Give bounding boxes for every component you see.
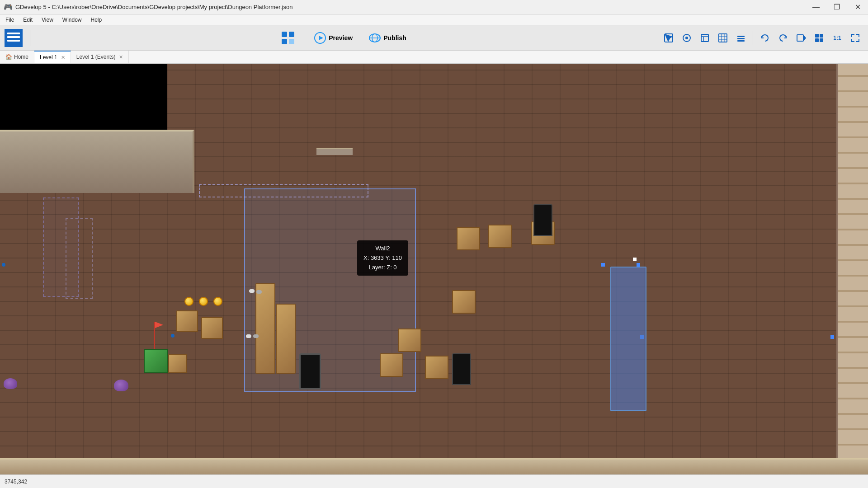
platform-sm-6: [380, 353, 403, 377]
blue-background-rect: [610, 267, 646, 411]
fullscreen-button[interactable]: [847, 30, 863, 46]
bullet-3: [246, 334, 251, 338]
svg-rect-3: [282, 32, 287, 37]
toolbar-separator-1: [30, 30, 30, 46]
handle-white: [633, 258, 637, 261]
svg-rect-32: [820, 38, 823, 42]
platform-sm-5: [398, 328, 421, 352]
svg-rect-29: [815, 34, 819, 38]
handle-2: [637, 263, 640, 267]
gdevelop-icon-group: [280, 30, 296, 46]
svg-marker-8: [319, 36, 323, 40]
enemy-blob-bottom: [114, 380, 128, 391]
platform-left-2: [201, 317, 223, 339]
right-column: [836, 64, 868, 474]
tabs-bar: 🏠 Home Level 1 ✕ Level 1 (Events) ✕: [0, 51, 868, 64]
player-block: [144, 349, 168, 373]
publish-icon: [369, 32, 381, 44]
toolbar-center: Preview Publish: [38, 29, 656, 47]
player-area: [144, 349, 168, 373]
svg-rect-18: [719, 34, 727, 42]
svg-rect-24: [737, 38, 745, 39]
tab-home[interactable]: 🏠 Home: [0, 51, 34, 63]
platform-sm-1: [457, 227, 480, 250]
edit-tool[interactable]: [697, 30, 713, 46]
tab-level1-events-close[interactable]: ✕: [119, 54, 123, 60]
grid-tool[interactable]: [715, 30, 731, 46]
svg-rect-15: [701, 34, 708, 42]
spawn-indicator: [43, 197, 79, 297]
close-button[interactable]: ✕: [847, 0, 868, 14]
publish-button[interactable]: Publish: [362, 29, 414, 47]
svg-rect-30: [820, 34, 823, 38]
canvas-area[interactable]: Wall2 X: 3633 Y: 110 Layer: Z: 0: [0, 64, 868, 474]
enemy-blob-left: [4, 378, 17, 389]
tab-level1[interactable]: Level 1 ✕: [34, 51, 71, 63]
titlebar-left: 🎮 GDevelop 5 - C:\Users\rober\OneDrive\D…: [0, 3, 292, 11]
minimize-button[interactable]: —: [806, 0, 826, 14]
menu-edit[interactable]: Edit: [19, 16, 36, 24]
svg-rect-25: [737, 40, 745, 42]
block-beside-player: [168, 354, 187, 373]
platform-tall-2: [276, 304, 296, 374]
toolbar-right: 1:1: [660, 30, 863, 46]
tab-level1-label: Level 1: [40, 54, 57, 61]
menu-file[interactable]: File: [2, 16, 18, 24]
preview-anim-button[interactable]: [793, 30, 809, 46]
svg-rect-5: [282, 39, 287, 44]
select-tool[interactable]: [679, 30, 695, 46]
platform-sm-7: [425, 356, 448, 379]
floor-row: [0, 458, 868, 474]
bullet-1: [249, 289, 255, 293]
menu-help[interactable]: Help: [87, 16, 106, 24]
bullet-2: [256, 290, 262, 294]
svg-rect-23: [737, 36, 745, 37]
tab-level1-events[interactable]: Level 1 (Events) ✕: [71, 51, 129, 63]
play-icon: [314, 32, 326, 44]
tab-level1-close[interactable]: ✕: [61, 55, 65, 61]
handle-4: [830, 335, 834, 339]
home-icon: 🏠: [5, 54, 12, 60]
small-shelf-1: [316, 148, 353, 155]
titlebar-controls[interactable]: — ❐ ✕: [806, 0, 868, 14]
gdevelop-logo-icon: [280, 30, 296, 46]
blue-dot-1: [171, 334, 175, 338]
zoom-button[interactable]: 1:1: [829, 30, 845, 46]
window-title: GDevelop 5 - C:\Users\rober\OneDrive\Doc…: [15, 4, 292, 10]
layers-tool[interactable]: [733, 30, 749, 46]
svg-point-14: [685, 37, 688, 39]
app-logo: [5, 29, 23, 47]
redo-button[interactable]: [775, 30, 791, 46]
blue-dot-2: [2, 263, 5, 267]
flag-pole: [154, 322, 155, 349]
menu-window[interactable]: Window: [59, 16, 85, 24]
maximize-button[interactable]: ❐: [826, 0, 847, 14]
cursor-tool[interactable]: [660, 30, 677, 46]
top-platform: [0, 130, 194, 193]
coin-1: [184, 297, 193, 306]
dark-door-1: [299, 353, 321, 389]
svg-rect-4: [289, 32, 294, 37]
toolbar: Preview Publish: [0, 25, 868, 51]
svg-rect-2: [7, 40, 20, 42]
bullet-4: [253, 334, 259, 338]
dark-door-3: [452, 353, 471, 385]
svg-rect-26: [797, 35, 803, 41]
titlebar: 🎮 GDevelop 5 - C:\Users\rober\OneDrive\D…: [0, 0, 868, 14]
statusbar: 3745,342: [0, 474, 868, 488]
platform-sm-4: [452, 290, 476, 314]
menu-view[interactable]: View: [38, 16, 57, 24]
grid-view-button[interactable]: [811, 30, 827, 46]
svg-rect-1: [7, 36, 20, 38]
preview-label: Preview: [329, 34, 353, 42]
tab-level1-events-label: Level 1 (Events): [76, 54, 116, 60]
coin-2: [199, 297, 208, 306]
svg-rect-0: [7, 33, 20, 34]
undo-button[interactable]: [757, 30, 773, 46]
svg-rect-31: [815, 38, 819, 42]
platform-tall-1: [255, 283, 275, 374]
preview-button[interactable]: Preview: [307, 29, 360, 47]
dark-door-2: [533, 204, 552, 236]
coordinates-display: 3745,342: [5, 479, 27, 485]
svg-rect-6: [289, 39, 294, 44]
